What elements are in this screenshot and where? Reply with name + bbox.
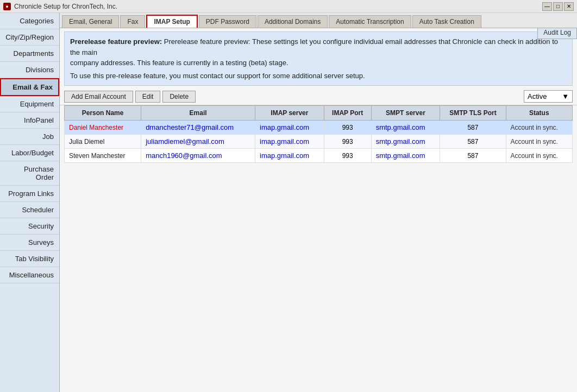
cell-smpt-server: smtp.gmail.com [371, 135, 440, 149]
sidebar-item-purchase-order[interactable]: Purchase Order [0, 161, 59, 186]
cell-imap-port: 993 [324, 149, 371, 163]
tab-auto-task-creation[interactable]: Auto Task Creation [412, 15, 481, 28]
window-controls: — □ ✕ [542, 2, 574, 11]
main-content: Audit Log Email, GeneralFaxIMAP SetupPDF… [60, 13, 577, 392]
col-email: Email [141, 106, 255, 121]
sidebar-item-miscellaneous[interactable]: Miscellaneous [0, 267, 59, 283]
tab-automatic-transcription[interactable]: Automatic Transcription [329, 15, 411, 28]
cell-imap-server: imap.gmail.com [255, 135, 324, 149]
add-email-account-button[interactable]: Add Email Account [64, 91, 133, 103]
cell-person-name: Steven Manchester [65, 149, 141, 163]
cell-smtp-tls-port: 587 [440, 135, 506, 149]
col-status: Status [506, 106, 572, 121]
status-filter-value: Active [528, 92, 547, 100]
sidebar-item-city-zip-region[interactable]: City/Zip/Region [0, 29, 59, 46]
title-bar: ● Chronicle Setup for ChronTech, Inc. — … [0, 0, 577, 13]
col-imap-server: IMAP server [255, 106, 324, 121]
cell-status: Account in sync. [506, 121, 572, 135]
col-smtp-tls-port: SMTP TLS Port [440, 106, 506, 121]
toolbar: Add Email Account Edit Delete Active ▼ [60, 88, 577, 105]
minimize-button[interactable]: — [542, 2, 552, 11]
sidebar-item-security[interactable]: Security [0, 218, 59, 235]
cell-imap-server: imap.gmail.com [255, 121, 324, 135]
app-icon: ● [3, 3, 11, 10]
close-button[interactable]: ✕ [564, 2, 574, 11]
tabs-row: Email, GeneralFaxIMAP SetupPDF PasswordA… [60, 13, 577, 28]
edit-button[interactable]: Edit [135, 91, 161, 103]
sidebar-item-surveys[interactable]: Surveys [0, 235, 59, 251]
cell-smtp-tls-port: 587 [440, 149, 506, 163]
info-section: Prerelease feature preview: Prerelease f… [64, 31, 573, 86]
cell-person-name: Daniel Manchester [65, 121, 141, 135]
cell-email: juliamdiemel@gmail.com [141, 135, 255, 149]
col-smpt-server: SMPT server [371, 106, 440, 121]
sidebar-item-departments[interactable]: Departments [0, 46, 59, 62]
status-filter-dropdown[interactable]: Active ▼ [524, 90, 573, 103]
table-header-row: Person Name Email IMAP server IMAP Port … [65, 106, 573, 121]
sidebar: CategoriesCity/Zip/RegionDepartmentsDivi… [0, 13, 60, 392]
cell-email: manch1960@gmail.com [141, 149, 255, 163]
cell-imap-server: imap.gmail.com [255, 149, 324, 163]
sidebar-item-job[interactable]: Job [0, 129, 59, 145]
tab-imap-setup[interactable]: IMAP Setup [146, 15, 197, 28]
delete-button[interactable]: Delete [162, 91, 196, 103]
cell-smpt-server: smtp.gmail.com [371, 121, 440, 135]
restore-button[interactable]: □ [553, 2, 563, 11]
cell-smtp-tls-port: 587 [440, 121, 506, 135]
cell-smpt-server: smtp.gmail.com [371, 149, 440, 163]
tab-email-general[interactable]: Email, General [62, 15, 119, 28]
col-person-name: Person Name [65, 106, 141, 121]
tab-fax[interactable]: Fax [120, 15, 145, 28]
email-accounts-table: Person Name Email IMAP server IMAP Port … [64, 105, 573, 163]
sidebar-item-email-fax[interactable]: Email & Fax [0, 78, 59, 96]
sidebar-item-categories[interactable]: Categories [0, 13, 59, 29]
sidebar-item-labor-budget[interactable]: Labor/Budget [0, 145, 59, 161]
sidebar-item-divisions[interactable]: Divisions [0, 62, 59, 78]
cell-status: Account in sync. [506, 149, 572, 163]
sidebar-item-program-links[interactable]: Program Links [0, 186, 59, 202]
sidebar-item-equipment[interactable]: Equipment [0, 96, 59, 112]
col-imap-port: IMAP Port [324, 106, 371, 121]
cell-status: Account in sync. [506, 135, 572, 149]
cell-email: dmanchester71@gmail.com [141, 121, 255, 135]
email-accounts-table-container: Person Name Email IMAP server IMAP Port … [64, 105, 573, 392]
window-title: Chronicle Setup for ChronTech, Inc. [14, 3, 117, 10]
tab-pdf-password[interactable]: PDF Password [199, 15, 256, 28]
cell-imap-port: 993 [324, 121, 371, 135]
table-row[interactable]: Daniel Manchester dmanchester71@gmail.co… [65, 121, 573, 135]
sidebar-item-infopanel[interactable]: InfoPanel [0, 112, 59, 129]
table-row[interactable]: Julia Diemel juliamdiemel@gmail.com imap… [65, 135, 573, 149]
sidebar-item-scheduler[interactable]: Scheduler [0, 202, 59, 218]
sidebar-item-tab-visibility[interactable]: Tab Visibility [0, 251, 59, 267]
chevron-down-icon: ▼ [562, 92, 569, 100]
table-row[interactable]: Steven Manchester manch1960@gmail.com im… [65, 149, 573, 163]
cell-person-name: Julia Diemel [65, 135, 141, 149]
cell-imap-port: 993 [324, 135, 371, 149]
tab-additional-domains[interactable]: Additional Domains [258, 15, 328, 28]
